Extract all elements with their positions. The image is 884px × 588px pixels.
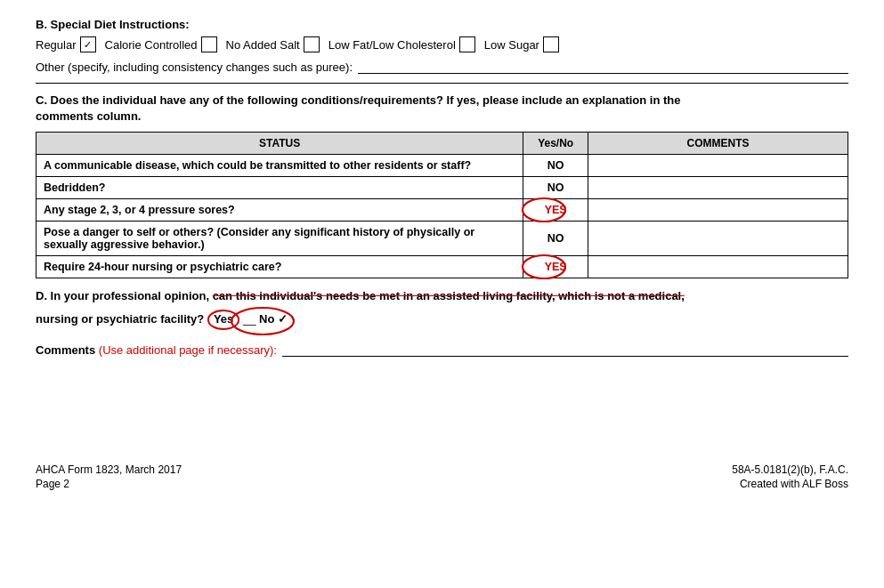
comments-nursing xyxy=(588,256,848,278)
diet-item-salt: No Added Salt xyxy=(226,36,320,52)
diet-item-regular: Regular ✓ xyxy=(36,36,96,52)
yesno-pressure: YES xyxy=(523,199,588,222)
checkbox-fat[interactable] xyxy=(459,36,475,52)
section-b: B. Special Diet Instructions: Regular ✓ … xyxy=(36,18,848,74)
diet-item-calorie: Calorie Controlled xyxy=(105,36,217,52)
svg-point-2 xyxy=(231,308,294,334)
footer-left: AHCA Form 1823, March 2017 Page 2 xyxy=(36,463,182,490)
footer-page: Page 2 xyxy=(36,478,182,490)
section-b-title: B. Special Diet Instructions: xyxy=(36,18,848,31)
status-bedridden-text: Bedridden? xyxy=(44,181,105,194)
section-d-text: D. In your professional opinion, can thi… xyxy=(36,287,848,335)
status-pressure: Any stage 2, 3, or 4 pressure sores? xyxy=(36,199,523,222)
footer: AHCA Form 1823, March 2017 Page 2 58A-5.… xyxy=(36,463,848,490)
section-c: C. Does the individual have any of the f… xyxy=(36,93,848,278)
col-header-yesno: Yes/No xyxy=(523,133,588,155)
diet-row: Regular ✓ Calorie Controlled No Added Sa… xyxy=(36,36,848,52)
yesno-bedridden: NO xyxy=(523,177,588,199)
comments-row-d: Comments (Use additional page if necessa… xyxy=(36,341,848,357)
other-label: Other (specify, including consistency ch… xyxy=(36,60,353,74)
status-nursing: Require 24-hour nursing or psychiatric c… xyxy=(36,256,523,278)
svg-point-0 xyxy=(523,198,565,222)
comments-danger xyxy=(588,222,848,256)
checkbox-regular[interactable]: ✓ xyxy=(80,36,96,52)
diet-label-fat: Low Fat/Low Cholesterol xyxy=(328,38,456,52)
section-c-intro-bold: C. Does the individual have any of the f… xyxy=(36,93,681,123)
footer-form-name: AHCA Form 1823, March 2017 xyxy=(36,463,182,476)
circle-svg-pressure xyxy=(520,196,568,224)
circle-svg-nursing xyxy=(520,253,568,281)
section-d-label: D. In your professional opinion, can thi… xyxy=(36,289,685,302)
comments-label-d: Comments (Use additional page if necessa… xyxy=(36,343,277,357)
diet-item-sugar: Low Sugar xyxy=(484,36,559,52)
checkbox-salt[interactable] xyxy=(304,36,320,52)
diet-label-sugar: Low Sugar xyxy=(484,38,539,52)
yesno-danger: NO xyxy=(523,222,588,256)
comments-prefix: Comments xyxy=(36,343,95,357)
diet-label-salt: No Added Salt xyxy=(226,38,300,52)
diet-label-regular: Regular xyxy=(36,38,77,52)
table-row: Bedridden? NO xyxy=(36,177,848,199)
comments-bedridden xyxy=(588,177,848,199)
checkbox-calorie[interactable] xyxy=(201,36,217,52)
table-row: Require 24-hour nursing or psychiatric c… xyxy=(36,256,848,278)
other-input-line[interactable] xyxy=(358,58,848,74)
diet-label-calorie: Calorie Controlled xyxy=(105,38,198,52)
divider-bc xyxy=(36,83,848,84)
other-row: Other (specify, including consistency ch… xyxy=(36,58,848,74)
status-pressure-text: Any stage 2, 3, or 4 pressure sores? xyxy=(44,204,235,216)
yesno-nursing: YES xyxy=(523,256,588,278)
status-communicable: A communicable disease, which could be t… xyxy=(36,155,523,177)
status-danger-text: Pose a danger to self or others? (Consid… xyxy=(44,226,474,251)
yesno-communicable: NO xyxy=(523,155,588,177)
section-d: D. In your professional opinion, can thi… xyxy=(36,287,848,357)
footer-right: 58A-5.0181(2)(b), F.A.C. Created with AL… xyxy=(732,463,848,490)
conditions-table: STATUS Yes/No COMMENTS A communicable di… xyxy=(36,132,848,278)
status-bedridden: Bedridden? xyxy=(36,177,523,199)
comments-pressure xyxy=(588,199,848,222)
comments-suffix: (Use additional page if necessary): xyxy=(99,343,277,357)
col-header-status: STATUS xyxy=(36,133,523,155)
table-row: A communicable disease, which could be t… xyxy=(36,155,848,177)
status-nursing-text: Require 24-hour nursing or psychiatric c… xyxy=(44,261,281,273)
strikethrough-text: can this individual's needs be met in an… xyxy=(213,289,685,302)
status-communicable-text: A communicable disease, which could be t… xyxy=(44,159,471,172)
comments-input-line-d[interactable] xyxy=(282,341,848,357)
checkbox-sugar[interactable] xyxy=(543,36,559,52)
footer-created: Created with ALF Boss xyxy=(732,478,848,490)
svg-point-1 xyxy=(523,255,565,278)
diet-item-fat: Low Fat/Low Cholesterol xyxy=(328,36,475,52)
table-row: Any stage 2, 3, or 4 pressure sores? YES xyxy=(36,199,848,222)
circle-svg-d xyxy=(229,305,300,335)
section-d-label2: nursing or psychiatric facility? xyxy=(36,312,204,326)
table-row: Pose a danger to self or others? (Consid… xyxy=(36,222,848,256)
footer-code: 58A-5.0181(2)(b), F.A.C. xyxy=(732,463,848,476)
comments-communicable xyxy=(588,155,848,177)
col-header-comments: COMMENTS xyxy=(588,133,848,155)
section-c-intro: C. Does the individual have any of the f… xyxy=(36,93,848,125)
status-danger: Pose a danger to self or others? (Consid… xyxy=(36,222,523,256)
